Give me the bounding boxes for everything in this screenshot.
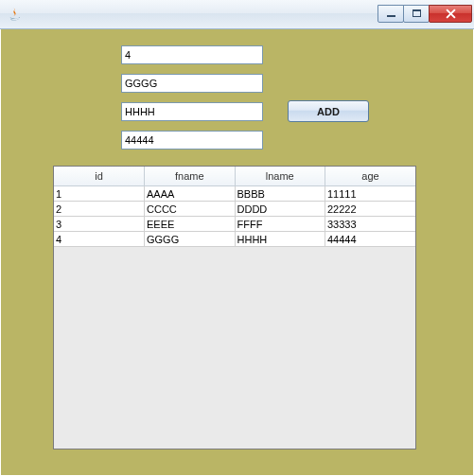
cell[interactable]: 22222 (325, 202, 416, 217)
maximize-button[interactable] (403, 5, 430, 23)
table-row[interactable]: 4 GGGG HHHH 44444 (54, 232, 415, 247)
cell[interactable]: HHHH (235, 232, 325, 247)
titlebar[interactable] (0, 0, 474, 29)
cell[interactable]: 1 (54, 186, 145, 202)
content-pane: ADD id fname lname age 1 (0, 29, 474, 476)
table-row[interactable]: 3 EEEE FFFF 33333 (54, 217, 415, 232)
minimize-button[interactable] (377, 5, 404, 23)
cell[interactable]: BBBB (235, 186, 325, 202)
cell[interactable]: DDDD (235, 202, 325, 217)
id-field[interactable] (121, 45, 263, 64)
cell[interactable]: 2 (54, 202, 145, 217)
add-button[interactable]: ADD (288, 100, 369, 122)
cell[interactable]: CCCC (145, 202, 236, 217)
java-icon (8, 7, 23, 22)
cell[interactable]: 3 (54, 217, 145, 232)
table-row[interactable]: 2 CCCC DDDD 22222 (54, 202, 415, 217)
col-header-id[interactable]: id (54, 167, 145, 186)
age-field[interactable] (121, 131, 263, 150)
close-button[interactable] (429, 5, 472, 23)
cell[interactable]: 44444 (325, 232, 416, 247)
app-window: ADD id fname lname age 1 (0, 0, 474, 476)
fname-field[interactable] (121, 74, 263, 93)
cell[interactable]: EEEE (145, 217, 236, 232)
col-header-fname[interactable]: fname (145, 167, 236, 186)
cell[interactable]: 33333 (325, 217, 416, 232)
cell[interactable]: 11111 (325, 186, 416, 202)
lname-field[interactable] (121, 102, 263, 121)
col-header-age[interactable]: age (325, 167, 416, 186)
table-header-row: id fname lname age (54, 167, 415, 186)
data-table-container: id fname lname age 1 AAAA BBBB 11111 (53, 166, 416, 450)
cell[interactable]: FFFF (235, 217, 325, 232)
col-header-lname[interactable]: lname (235, 167, 325, 186)
cell[interactable]: AAAA (145, 186, 236, 202)
window-controls (378, 6, 472, 24)
cell[interactable]: GGGG (145, 232, 236, 247)
table-row[interactable]: 1 AAAA BBBB 11111 (54, 186, 415, 202)
cell[interactable]: 4 (54, 232, 145, 247)
data-table[interactable]: id fname lname age 1 AAAA BBBB 11111 (54, 167, 415, 247)
